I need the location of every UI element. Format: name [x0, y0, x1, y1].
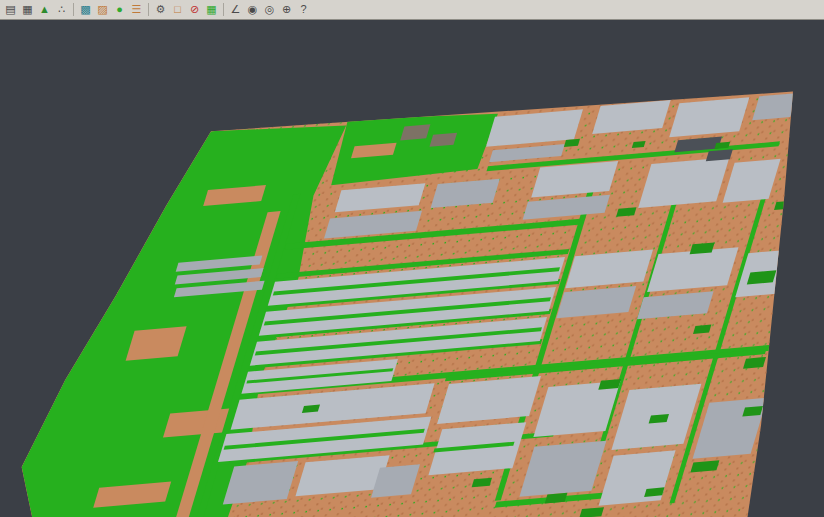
layers-icon[interactable]: ☰	[129, 2, 144, 17]
3d-viewport[interactable]	[0, 0, 824, 517]
building-footprint	[638, 157, 729, 208]
globe-icon[interactable]: ◉	[245, 2, 260, 17]
toolbar-separator	[223, 3, 224, 16]
building-footprint	[400, 124, 430, 140]
vegetation-cluster	[743, 357, 766, 369]
vegetation-cluster	[693, 325, 711, 334]
open-file-icon[interactable]: ▤	[3, 2, 18, 17]
vegetation-cluster	[742, 406, 763, 417]
toolbar-separator	[73, 3, 74, 16]
building-footprint	[223, 461, 298, 504]
measure-icon[interactable]: ∠	[228, 2, 243, 17]
settings-icon[interactable]: ⚙	[153, 2, 168, 17]
select-area-icon[interactable]: □	[170, 2, 185, 17]
toolbar-separator	[148, 3, 149, 16]
building-footprint	[669, 97, 749, 137]
zoom-extents-icon[interactable]: ⊕	[279, 2, 294, 17]
classify-icon[interactable]: ●	[112, 2, 127, 17]
vegetation-cluster	[632, 141, 646, 148]
vegetation-cluster	[564, 139, 580, 147]
help-icon[interactable]: ?	[296, 2, 311, 17]
building-footprint	[430, 133, 458, 147]
ground-patch	[126, 326, 187, 360]
camera-view-icon[interactable]: ◎	[262, 2, 277, 17]
grid-icon[interactable]: ▦	[204, 2, 219, 17]
delete-icon[interactable]: ⊘	[187, 2, 202, 17]
application-window: ▤▦▲∴▩▨●☰⚙□⊘▦∠◉◎⊕?	[0, 0, 824, 517]
texture-icon[interactable]: ▨	[95, 2, 110, 17]
mesh-icon[interactable]: ▩	[78, 2, 93, 17]
point-cloud-icon[interactable]: ∴	[54, 2, 69, 17]
terrain-icon[interactable]: ▲	[37, 2, 52, 17]
save-icon[interactable]: ▦	[20, 2, 35, 17]
main-toolbar: ▤▦▲∴▩▨●☰⚙□⊘▦∠◉◎⊕?	[0, 0, 824, 20]
